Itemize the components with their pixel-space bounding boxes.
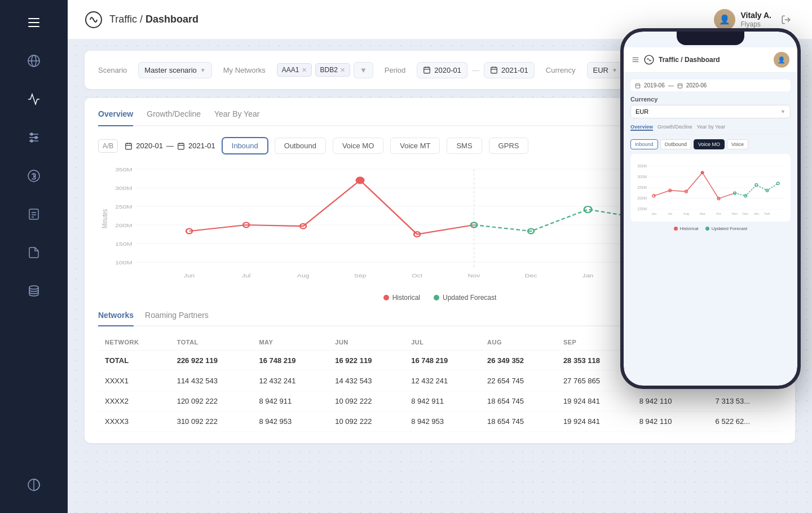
tab-roaming-partners[interactable]: Roaming Partners <box>145 311 209 326</box>
svg-rect-31 <box>178 143 184 149</box>
svg-text:Jul: Jul <box>668 212 672 215</box>
mobile-historical-label: Historical <box>680 226 699 231</box>
svg-text:Jul: Jul <box>242 273 250 279</box>
tab-overview[interactable]: Overview <box>98 109 133 126</box>
svg-text:150M: 150M <box>115 241 132 247</box>
svg-text:350M: 350M <box>115 166 132 173</box>
networks-label: My Networks <box>223 66 266 74</box>
table-cell: 10 092 222 <box>328 391 404 412</box>
mobile-calendar-icon <box>635 83 641 89</box>
btn-voice-mt[interactable]: Voice MT <box>390 138 440 154</box>
mobile-btn-voice-mo[interactable]: Voice MO <box>694 139 725 149</box>
col-may: MAY <box>252 334 328 351</box>
mobile-btn-outbound[interactable]: Outbound <box>660 139 692 149</box>
mobile-legend-historical: Historical <box>674 226 699 231</box>
table-cell: 12 432 241 <box>404 371 480 391</box>
svg-text:250M: 250M <box>637 185 647 189</box>
table-cell: 14 432 543 <box>328 371 404 391</box>
table-cell: 6 522 62... <box>709 412 782 432</box>
table-cell: TOTAL <box>98 351 170 371</box>
remove-bdb2-button[interactable]: ✕ <box>340 67 345 74</box>
table-cell: XXXX1 <box>98 371 170 391</box>
table-cell: XXXX2 <box>98 391 170 412</box>
currency-select[interactable]: EUR ▼ <box>587 62 624 78</box>
mobile-btn-voice[interactable]: Voice <box>727 139 748 149</box>
mobile-tab-overview[interactable]: Overview <box>630 124 653 131</box>
sidebar-item-database[interactable] <box>17 274 51 308</box>
mobile-title: Traffic / Dashboard <box>659 56 769 64</box>
mobile-topbar: Traffic / Dashboard 👤 <box>624 47 797 73</box>
tab-year-by-year[interactable]: Year By Year <box>214 109 259 126</box>
scenario-select[interactable]: Master scenario ▼ <box>138 62 211 78</box>
svg-text:Jun: Jun <box>184 273 195 279</box>
sidebar-item-globe[interactable] <box>17 44 51 78</box>
btn-outbound[interactable]: Outbound <box>275 138 326 154</box>
mobile-date-from: 2019-06 <box>644 82 665 89</box>
mobile-forecast-label: Updated Forecast <box>712 226 748 231</box>
btn-voice-mo[interactable]: Voice MO <box>333 138 383 154</box>
table-cell: 8 942 911 <box>252 391 328 412</box>
table-row: XXXX3310 092 2228 942 95310 092 2228 942… <box>98 412 782 432</box>
chart-period: 2020-01 — 2021-01 <box>125 141 215 150</box>
table-cell: 22 654 745 <box>480 371 557 391</box>
sidebar-item-document[interactable] <box>17 236 51 269</box>
svg-rect-11 <box>29 209 38 219</box>
tab-growth-decline[interactable]: Growth/Decline <box>147 109 201 126</box>
table-row: XXXX2120 092 2228 942 91110 092 2228 942… <box>98 391 782 412</box>
tab-networks[interactable]: Networks <box>98 311 134 326</box>
btn-gprs[interactable]: GPRS <box>489 138 529 154</box>
sidebar-item-sliders[interactable] <box>17 121 51 154</box>
col-jul: JUL <box>404 334 480 351</box>
table-cell: 19 924 841 <box>557 412 633 432</box>
col-jun: JUN <box>328 334 404 351</box>
btn-sms[interactable]: SMS <box>447 138 482 154</box>
table-cell: 26 349 352 <box>480 351 557 371</box>
svg-point-6 <box>30 133 33 135</box>
hamburger-menu[interactable] <box>23 11 45 34</box>
ab-toggle-icon[interactable]: A/B <box>98 139 118 153</box>
mobile-historical-dot <box>674 227 678 231</box>
scenario-value: Master scenario <box>144 66 196 74</box>
svg-point-97 <box>755 184 758 187</box>
col-aug: AUG <box>480 334 557 351</box>
svg-text:Jun: Jun <box>651 212 656 215</box>
sidebar <box>0 0 68 513</box>
table-cell: 16 748 219 <box>252 351 328 371</box>
sidebar-item-billing[interactable] <box>17 197 51 231</box>
table-cell: 18 654 745 <box>480 391 557 412</box>
scenario-label: Scenario <box>98 66 127 74</box>
svg-text:Dec: Dec <box>743 212 748 215</box>
svg-rect-18 <box>424 67 430 73</box>
mobile-logo <box>644 55 654 65</box>
currency-label: Currency <box>546 66 576 74</box>
page-breadcrumb: Traffic / Dashboard <box>109 14 198 25</box>
mobile-currency-select[interactable]: EUR ▼ <box>630 105 791 118</box>
sidebar-item-money[interactable] <box>17 159 51 193</box>
svg-text:Oct: Oct <box>716 212 721 215</box>
mobile-btn-inbound[interactable]: Inbound <box>630 139 658 149</box>
logout-button[interactable] <box>777 11 795 29</box>
network-tag-bdb2: BDB2 ✕ <box>315 63 350 77</box>
table-cell: 7 313 53... <box>709 391 782 412</box>
date-to-input[interactable]: 2021-01 <box>484 62 535 78</box>
networks-dropdown-button[interactable]: ▼ <box>354 62 373 78</box>
col-total: TOTAL <box>170 334 253 351</box>
svg-text:Aug: Aug <box>683 212 689 215</box>
date-from-input[interactable]: 2020-01 <box>417 62 467 78</box>
chart-date-from: 2020-01 <box>136 141 163 150</box>
user-name: Vitaly A. <box>741 10 771 20</box>
svg-point-15 <box>29 286 38 289</box>
svg-text:250M: 250M <box>115 204 132 210</box>
mobile-tab-year[interactable]: Year by Year <box>697 124 726 131</box>
svg-text:Oct: Oct <box>412 273 422 279</box>
sidebar-item-analytics[interactable] <box>17 82 51 116</box>
sidebar-item-theme[interactable] <box>17 468 51 502</box>
svg-point-7 <box>35 136 37 139</box>
mobile-tab-growth[interactable]: Growth/Decline <box>657 124 692 131</box>
remove-aaa1-button[interactable]: ✕ <box>302 67 307 74</box>
svg-text:Feb: Feb <box>765 212 770 215</box>
svg-text:Dec: Dec <box>525 273 537 279</box>
app-logo <box>85 11 103 29</box>
btn-inbound[interactable]: Inbound <box>222 138 268 154</box>
table-cell: 114 432 543 <box>170 371 253 391</box>
